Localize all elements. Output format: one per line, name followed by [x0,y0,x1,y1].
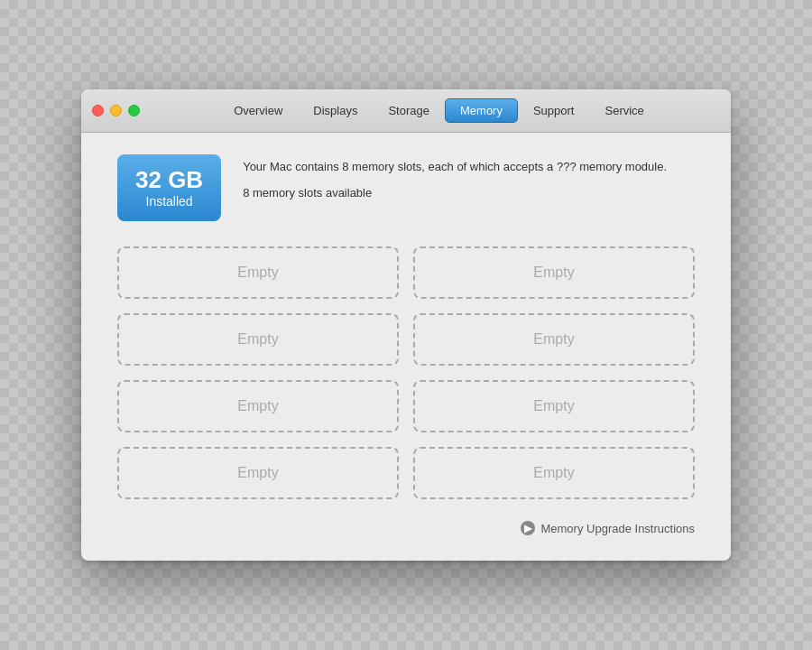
upgrade-icon: ▶ [521,521,535,535]
slot-8-label: Empty [533,465,574,480]
slot-7: Empty [117,447,399,499]
slot-8: Empty [413,447,695,499]
slot-2-label: Empty [533,265,574,280]
tab-support[interactable]: Support [518,98,590,123]
titlebar: Overview Displays Storage Memory Support… [81,89,731,133]
slots-grid: Empty Empty Empty Empty Empty Empty Empt… [117,246,695,499]
memory-badge: 32 GB Installed [117,154,221,222]
memory-upgrade-link[interactable]: ▶ Memory Upgrade Instructions [521,521,695,535]
slot-4: Empty [413,313,695,366]
slot-3: Empty [117,313,399,366]
slot-5-label: Empty [237,398,278,413]
slot-5: Empty [117,380,399,432]
slots-available-text: 8 memory slots available [243,184,667,202]
info-row: 32 GB Installed Your Mac contains 8 memo… [117,154,695,222]
maximize-button[interactable] [128,105,140,116]
slot-6: Empty [413,380,695,432]
footer: ▶ Memory Upgrade Instructions [117,517,695,539]
slot-2: Empty [413,246,695,299]
tab-memory[interactable]: Memory [445,98,518,123]
tab-bar: Overview Displays Storage Memory Support… [158,98,720,123]
slot-1: Empty [117,246,399,299]
slot-4-label: Empty [533,331,574,347]
tab-displays[interactable]: Displays [298,98,373,123]
minimize-button[interactable] [110,105,122,116]
tab-overview[interactable]: Overview [218,98,298,123]
main-window: Overview Displays Storage Memory Support… [81,89,731,562]
memory-description: Your Mac contains 8 memory slots, each o… [243,158,667,176]
slot-7-label: Empty [237,465,278,480]
slot-3-label: Empty [237,331,278,347]
close-button[interactable] [92,105,104,116]
slot-1-label: Empty [237,265,278,280]
tab-storage[interactable]: Storage [373,98,445,123]
traffic-lights [92,105,140,116]
content-area: 32 GB Installed Your Mac contains 8 memo… [81,133,731,562]
memory-label: Installed [135,194,203,209]
tab-service[interactable]: Service [590,98,660,123]
memory-size: 32 GB [135,167,203,193]
info-text: Your Mac contains 8 memory slots, each o… [243,154,667,202]
upgrade-label: Memory Upgrade Instructions [540,522,695,535]
slot-6-label: Empty [533,398,574,413]
